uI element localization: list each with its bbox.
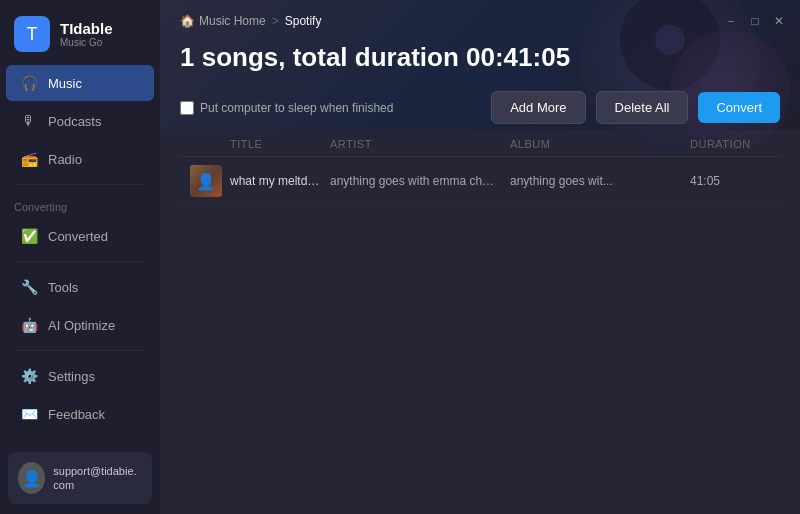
close-button[interactable]: ✕ (772, 14, 786, 28)
sidebar-item-podcasts[interactable]: 🎙 Podcasts (6, 103, 154, 139)
breadcrumb-home[interactable]: 🏠 Music Home (180, 14, 266, 28)
microphone-icon: 🎙 (20, 112, 38, 130)
converting-section-label: Converting (0, 191, 160, 217)
gear-icon: ⚙️ (20, 367, 38, 385)
toolbar: Put computer to sleep when finished Add … (160, 83, 800, 132)
song-table: TITLE ARTIST ALBUM DURATION 👤 what my me… (160, 132, 800, 514)
user-email: support@tidabie.com (53, 464, 142, 493)
sidebar-item-ai-optimize[interactable]: 🤖 AI Optimize (6, 307, 154, 343)
song-title: what my meltdowns have shown me, a talk … (230, 174, 330, 188)
breadcrumb-current: Spotify (285, 14, 322, 28)
home-icon: 🏠 (180, 14, 195, 28)
add-more-button[interactable]: Add More (491, 91, 585, 124)
table-header: TITLE ARTIST ALBUM DURATION (180, 132, 780, 157)
sidebar-item-tools[interactable]: 🔧 Tools (6, 269, 154, 305)
delete-all-button[interactable]: Delete All (596, 91, 689, 124)
app-logo: T TIdable Music Go (0, 0, 160, 64)
main-content: － □ ✕ 🏠 Music Home > Spotify 1 songs, to… (160, 0, 800, 514)
song-artist: anything goes with emma cham... (330, 174, 510, 188)
col-thumb (190, 138, 230, 150)
divider-2 (14, 261, 146, 262)
logo-icon: T (14, 16, 50, 52)
song-album: anything goes wit... (510, 174, 690, 188)
minimize-button[interactable]: － (724, 14, 738, 28)
divider-1 (14, 184, 146, 185)
maximize-button[interactable]: □ (748, 14, 762, 28)
sleep-checkbox-label[interactable]: Put computer to sleep when finished (180, 101, 481, 115)
song-duration: 41:05 (690, 174, 770, 188)
logo-text: TIdable Music Go (60, 20, 113, 48)
sidebar-item-music[interactable]: 🎧 Music (6, 65, 154, 101)
sleep-checkbox[interactable] (180, 101, 194, 115)
check-circle-icon: ✅ (20, 227, 38, 245)
sidebar: T TIdable Music Go 🎧 Music 🎙 Podcasts 📻 … (0, 0, 160, 514)
main-header: 🏠 Music Home > Spotify 1 songs, total du… (160, 0, 800, 83)
song-thumbnail: 👤 (190, 165, 222, 197)
divider-3 (14, 350, 146, 351)
col-album: ALBUM (510, 138, 690, 150)
sidebar-item-converted[interactable]: ✅ Converted (6, 218, 154, 254)
breadcrumb-separator: > (272, 14, 279, 28)
sidebar-item-radio[interactable]: 📻 Radio (6, 141, 154, 177)
window-controls: － □ ✕ (724, 14, 786, 28)
sidebar-item-settings[interactable]: ⚙️ Settings (6, 358, 154, 394)
col-artist: ARTIST (330, 138, 510, 150)
ai-icon: 🤖 (20, 316, 38, 334)
table-row[interactable]: 👤 what my meltdowns have shown me, a tal… (180, 157, 780, 206)
breadcrumb: 🏠 Music Home > Spotify (180, 14, 780, 28)
wrench-icon: 🔧 (20, 278, 38, 296)
song-thumb-image: 👤 (190, 165, 222, 197)
avatar: 👤 (18, 462, 45, 494)
convert-button[interactable]: Convert (698, 92, 780, 123)
radio-icon: 📻 (20, 150, 38, 168)
col-duration: DURATION (690, 138, 770, 150)
app-name: TIdable (60, 20, 113, 37)
user-card[interactable]: 👤 support@tidabie.com (8, 452, 152, 504)
app-subtitle: Music Go (60, 37, 113, 48)
sidebar-bottom: 👤 support@tidabie.com (0, 442, 160, 514)
page-title: 1 songs, total duration 00:41:05 (180, 42, 780, 73)
col-title: TITLE (230, 138, 330, 150)
headphones-icon: 🎧 (20, 74, 38, 92)
message-icon: ✉️ (20, 405, 38, 423)
sidebar-item-feedback[interactable]: ✉️ Feedback (6, 396, 154, 432)
